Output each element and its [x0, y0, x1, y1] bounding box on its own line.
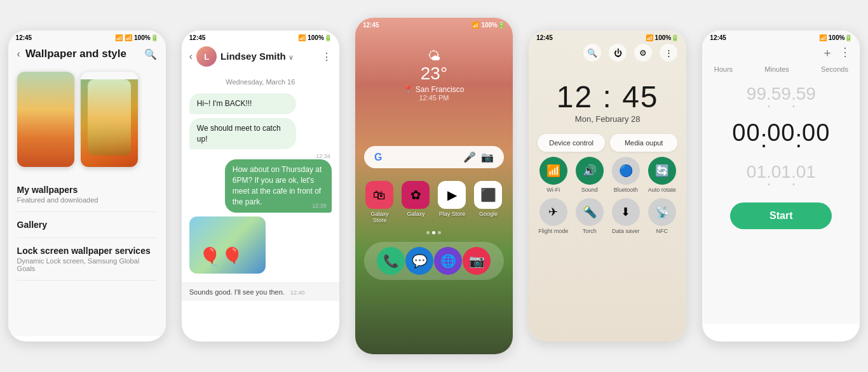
menu-title-gallery: Gallery: [17, 220, 157, 230]
bt-toggle[interactable]: 🔵: [612, 157, 640, 185]
signal-icon: 📶: [125, 34, 132, 41]
camera-icon[interactable]: 📷: [481, 151, 494, 163]
seconds-label: Seconds: [821, 65, 848, 73]
google-icon: ⬛: [474, 181, 502, 209]
menu-item-wallpapers[interactable]: My wallpapers Featured and downloaded: [17, 177, 157, 212]
app-google[interactable]: ⬛ Google: [473, 181, 504, 223]
media-output-btn[interactable]: Media ouput: [610, 134, 677, 152]
timer-top-icons: ＋ ⋮: [702, 43, 860, 65]
status-time-5: 12:45: [710, 34, 726, 41]
toggle-bluetooth[interactable]: 🔵 Bluetooth: [610, 157, 641, 193]
autorotate-toggle[interactable]: 🔄: [648, 157, 676, 185]
menu-sub: Featured and downloaded: [17, 196, 157, 204]
menu-title: My wallpapers: [17, 185, 157, 195]
battery-icon-4: 100%🔋: [655, 34, 679, 41]
more-timer-icon[interactable]: ⋮: [839, 45, 851, 60]
search-qp-icon[interactable]: 🔍: [583, 44, 601, 62]
dock-samsung[interactable]: 🌐: [434, 247, 462, 275]
balloon-emoji: 🎈🎈: [199, 246, 243, 267]
dock-messages[interactable]: 💬: [405, 247, 433, 275]
settings-qp-icon[interactable]: ⚙: [634, 44, 652, 62]
status-icons-3: 📶 100%🔋: [471, 22, 505, 29]
search-icon[interactable]: 🔍: [144, 48, 157, 60]
back-icon[interactable]: ‹: [17, 48, 20, 60]
wifi-icon-5: 📶: [819, 34, 827, 41]
reply-preview: Sounds good. I'll see you then. 12:40: [182, 282, 339, 301]
app-grid: 🛍 Galaxy Store ✿ Galaxy ▶ Play Store ⬛ G…: [355, 176, 513, 229]
page-dots: [355, 229, 513, 237]
app-label-google: Google: [479, 211, 498, 217]
back-icon-2[interactable]: ‹: [189, 51, 193, 62]
battery-icon: 100%🔋: [134, 34, 158, 41]
toggle-sound[interactable]: 🔊 Sound: [574, 157, 605, 193]
toggle-wifi[interactable]: 📶 Wi-Fi: [538, 157, 569, 193]
search-action-icons: 🎤 📷: [463, 151, 494, 163]
datasaver-toggle[interactable]: ⬇: [612, 198, 640, 226]
weather-city: 📍 San Francisco: [355, 85, 513, 94]
minutes-top: 59: [771, 84, 791, 104]
status-bar-3: 12:45 📶 100%🔋: [355, 18, 513, 30]
more-qp-icon[interactable]: ⋮: [660, 44, 677, 62]
flight-toggle[interactable]: ✈: [539, 198, 567, 226]
status-icons-2: 📶 100%🔋: [298, 34, 332, 41]
app-play-store[interactable]: ▶ Play Store: [437, 181, 468, 223]
bt-label: Bluetooth: [614, 187, 638, 193]
msg-time-3: 12:40: [290, 289, 305, 296]
nfc-toggle[interactable]: 📡: [648, 198, 676, 226]
hours-top: 99: [747, 84, 766, 104]
colon-main-1: :: [761, 114, 768, 151]
header-left-2: ‹ L Lindsey Smith ∨: [189, 46, 294, 67]
galaxy-icon: ✿: [402, 181, 430, 209]
contact-info: Lindsey Smith ∨: [220, 51, 294, 62]
menu-item-gallery[interactable]: Gallery: [17, 212, 157, 238]
status-time-4: 12:45: [536, 34, 553, 41]
menu-item-lock[interactable]: Lock screen wallpaper services Dynamic L…: [17, 238, 157, 281]
wifi-toggle[interactable]: 📶: [539, 157, 567, 185]
more-icon[interactable]: ⋮: [322, 51, 332, 63]
dock-phone[interactable]: 📞: [377, 247, 405, 275]
add-icon[interactable]: ＋: [822, 45, 833, 60]
device-control-btn[interactable]: Device control: [538, 134, 605, 152]
datasaver-label: Data saver: [612, 228, 640, 234]
dot-1: [426, 231, 430, 234]
phone-home: 12:45 📶 100%🔋 🌤 23° 📍 San Francisco 12:4…: [355, 18, 513, 354]
timer-labels: Hours Minutes Seconds: [702, 65, 860, 76]
mic-icon[interactable]: 🎤: [463, 151, 476, 163]
image-message: 🎈🎈: [189, 216, 266, 274]
toggle-nfc[interactable]: 📡 NFC: [646, 198, 677, 234]
search-bar[interactable]: G 🎤 📷: [364, 146, 504, 168]
minutes-main: 00: [767, 119, 795, 147]
minutes-bottom: 01: [771, 162, 791, 182]
battery-icon-5: 100%🔋: [829, 34, 853, 41]
toggle-autorotate[interactable]: 🔄 Auto rotate: [646, 157, 677, 193]
power-qp-icon[interactable]: ⏻: [609, 44, 627, 62]
dock-camera[interactable]: 📷: [463, 247, 491, 275]
quick-panel-top-icons: 🔍 ⏻ ⚙ ⋮: [529, 43, 686, 67]
menu-title-lock: Lock screen wallpaper services: [17, 246, 157, 256]
toggle-torch[interactable]: 🔦 Torch: [574, 198, 605, 234]
phone-timer: 12:45 📶 100%🔋 ＋ ⋮ Hours Minutes Seconds …: [702, 30, 860, 342]
torch-toggle[interactable]: 🔦: [576, 198, 604, 226]
message-bubble-3: How about on Thursday at 6PM? If you are…: [225, 159, 332, 212]
toggle-datasaver[interactable]: ⬇ Data saver: [610, 198, 641, 234]
toggle-flight[interactable]: ✈ Flight mode: [538, 198, 569, 234]
colon-top-2: :: [791, 76, 796, 112]
message-bubble-1: Hi~! I'm BACK!!!: [189, 93, 296, 114]
messages-header: ‹ L Lindsey Smith ∨ ⋮: [182, 43, 339, 73]
app-galaxy[interactable]: ✿ Galaxy: [400, 181, 431, 223]
wallpaper-thumb-home[interactable]: [81, 72, 138, 167]
colon-bottom-1: :: [766, 154, 771, 190]
sound-toggle[interactable]: 🔊: [576, 157, 604, 185]
wallpaper-body: ‹ Wallpaper and style 🔍 My wallpapers Fe…: [8, 43, 166, 336]
timer-body: 12:45 📶 100%🔋 ＋ ⋮ Hours Minutes Seconds …: [702, 30, 860, 324]
seconds-bottom: 01: [796, 162, 816, 182]
menu-sub-lock: Dynamic Lock screen, Samsung Global Goal…: [17, 257, 157, 272]
play-store-icon: ▶: [438, 181, 466, 209]
hours-main: 00: [732, 119, 760, 147]
wallpaper-header: ‹ Wallpaper and style 🔍: [8, 43, 166, 67]
quick-panel-bg: 12:45 📶 100%🔋 🔍 ⏻ ⚙ ⋮ 12 : 45 Mon, Febru…: [529, 30, 686, 342]
clock-widget: 12 : 45 Mon, February 28: [529, 67, 686, 126]
wallpaper-thumb-lock[interactable]: [17, 72, 74, 167]
start-button[interactable]: Start: [730, 203, 832, 229]
app-galaxy-store[interactable]: 🛍 Galaxy Store: [364, 181, 395, 223]
